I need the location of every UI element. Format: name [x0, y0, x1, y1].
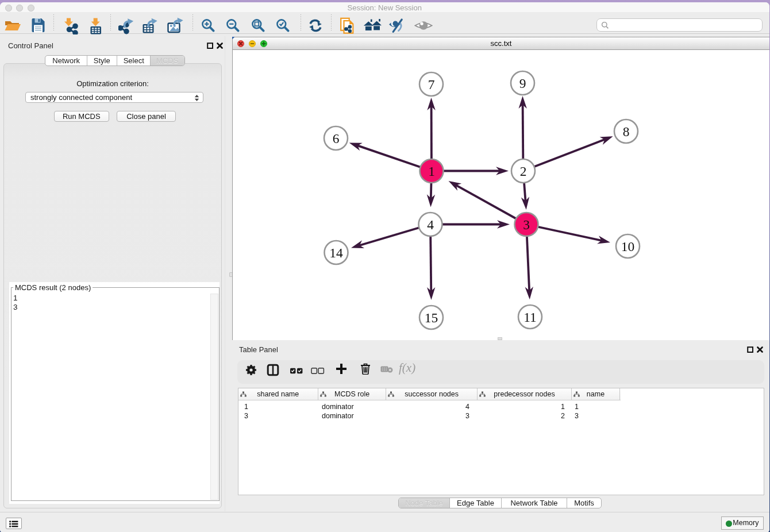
- svg-text:10: 10: [621, 238, 634, 253]
- svg-text:11: 11: [523, 309, 537, 324]
- svg-text:7: 7: [428, 76, 434, 91]
- svg-text:4: 4: [427, 217, 434, 232]
- svg-text:9: 9: [519, 75, 526, 90]
- svg-text:14: 14: [329, 245, 343, 260]
- svg-text:8: 8: [622, 124, 629, 138]
- svg-text:6: 6: [332, 130, 339, 145]
- svg-text:1: 1: [428, 163, 435, 178]
- svg-text:2: 2: [519, 163, 526, 178]
- svg-text:3: 3: [523, 217, 530, 232]
- svg-text:15: 15: [424, 310, 438, 325]
